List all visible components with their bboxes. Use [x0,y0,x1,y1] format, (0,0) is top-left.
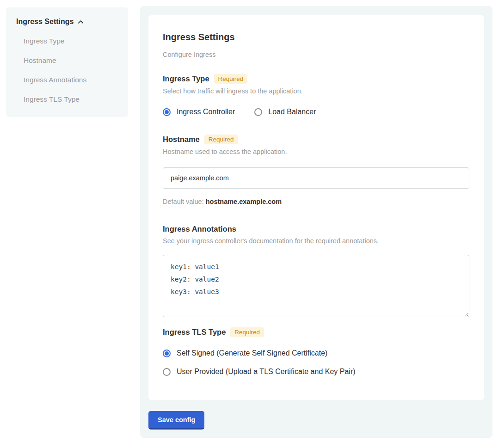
sidebar-nav: Ingress Type Hostname Ingress Annotation… [16,36,119,104]
save-config-button[interactable]: Save config [148,411,204,430]
hostname-default-line: Default value: hostname.example.com [163,198,469,205]
config-panel: Ingress Settings Configure Ingress Ingre… [140,6,492,438]
config-page: Ingress Settings Ingress Type Hostname I… [0,0,504,448]
radio-icon[interactable] [163,368,171,376]
section-ingress-annotations: Ingress Annotations See your ingress con… [163,225,469,319]
section-ingress-tls-type: Ingress TLS Type Required Self Signed (G… [163,327,469,376]
sidebar-item-ingress-annotations[interactable]: Ingress Annotations [16,75,119,85]
config-card: Ingress Settings Configure Ingress Ingre… [148,15,484,400]
page-subtitle: Configure Ingress [163,51,469,58]
sidebar-group-ingress-settings[interactable]: Ingress Settings [16,18,119,26]
radio-label: User Provided (Upload a TLS Certificate … [177,368,356,376]
default-value-prefix: Default value: [163,198,204,205]
annotations-textarea[interactable]: key1: value1 key2: value2 key3: value3 [163,255,469,317]
sidebar-item-ingress-type[interactable]: Ingress Type [16,36,119,46]
section-hostname: Hostname Required Hostname used to acces… [163,135,469,205]
radio-icon[interactable] [163,350,171,357]
section-title-ingress-annotations: Ingress Annotations [163,225,236,233]
section-description: Hostname used to access the application. [163,148,469,155]
section-title-ingress-tls-type: Ingress TLS Type [163,328,226,337]
ingress-type-options: Ingress Controller Load Balancer [163,108,469,116]
sidebar-group-label: Ingress Settings [16,18,74,26]
section-title-ingress-type: Ingress Type [163,74,209,83]
chevron-up-icon [77,18,84,25]
radio-ingress-controller[interactable]: Ingress Controller [163,108,235,116]
radio-icon[interactable] [163,108,171,116]
sidebar-item-hostname[interactable]: Hostname [16,55,119,65]
radio-label: Load Balancer [268,108,316,116]
radio-label: Self Signed (Generate Self Signed Certif… [177,349,327,357]
radio-user-provided[interactable]: User Provided (Upload a TLS Certificate … [163,368,469,376]
required-badge: Required [230,327,264,337]
radio-self-signed[interactable]: Self Signed (Generate Self Signed Certif… [163,349,469,357]
tls-type-options: Self Signed (Generate Self Signed Certif… [163,349,469,376]
radio-load-balancer[interactable]: Load Balancer [254,108,316,116]
page-title: Ingress Settings [163,32,469,43]
hostname-input[interactable] [163,167,469,189]
section-title-hostname: Hostname [163,135,200,144]
required-badge: Required [214,74,248,84]
config-sidebar: Ingress Settings Ingress Type Hostname I… [6,7,128,117]
section-description: See your ingress controller's documentat… [163,237,469,245]
required-badge: Required [204,135,238,144]
section-description: Select how traffic will ingress to the a… [163,87,469,95]
radio-icon[interactable] [254,108,262,116]
section-ingress-type: Ingress Type Required Select how traffic… [163,74,469,116]
radio-label: Ingress Controller [177,108,235,116]
sidebar-item-ingress-tls-type[interactable]: Ingress TLS Type [16,94,119,104]
default-value: hostname.example.com [206,198,282,205]
